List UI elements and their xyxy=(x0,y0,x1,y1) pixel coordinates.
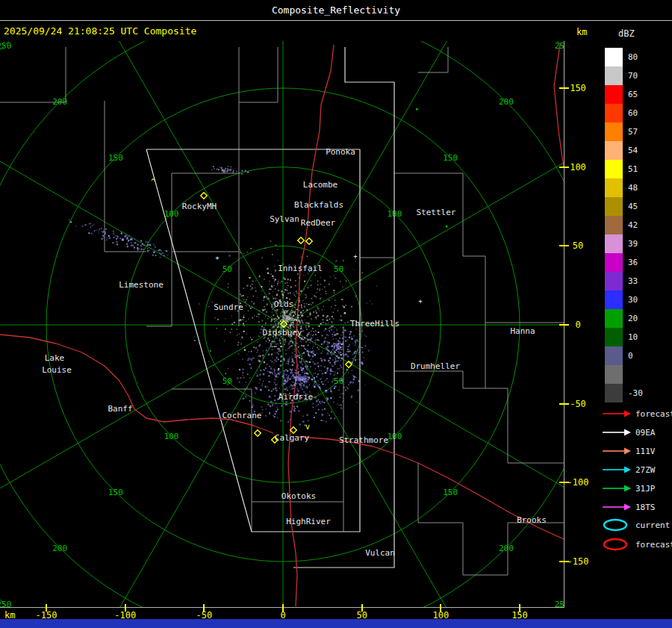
echo-pixel xyxy=(276,385,276,385)
echo-pixel xyxy=(329,329,330,329)
echo-pixel xyxy=(318,332,320,333)
echo-pixel xyxy=(308,420,309,422)
echo-pixel xyxy=(301,361,302,361)
echo-pixel xyxy=(158,250,159,252)
echo-pixel xyxy=(295,305,296,306)
echo-pixel xyxy=(210,350,211,352)
echo-pixel xyxy=(141,249,143,250)
echo-pixel xyxy=(292,322,293,323)
echo-pixel xyxy=(257,342,258,343)
echo-pixel xyxy=(246,252,248,253)
echo-pixel xyxy=(268,376,270,377)
echo-pixel xyxy=(237,171,237,172)
echo-pixel xyxy=(225,168,227,170)
echo-pixel xyxy=(312,335,314,337)
echo-pixel xyxy=(306,382,307,382)
echo-pixel xyxy=(297,367,298,367)
echo-pixel xyxy=(351,337,352,338)
echo-pixel xyxy=(340,354,342,355)
echo-pixel xyxy=(250,337,251,338)
echo-pixel xyxy=(345,305,346,306)
x-axis-tick xyxy=(361,604,363,612)
echo-pixel xyxy=(300,326,301,326)
echo-pixel xyxy=(280,313,281,314)
echo-pixel xyxy=(273,291,273,292)
ellipse-shape xyxy=(604,539,626,550)
echo-pixel xyxy=(305,323,307,324)
azimuth-line xyxy=(0,128,283,325)
echo-pixel xyxy=(355,329,357,330)
echo-pixel xyxy=(155,246,156,248)
echo-pixel xyxy=(255,280,256,281)
echo-pixel xyxy=(270,299,270,299)
city-label: Strathmore xyxy=(339,435,388,445)
echo-pixel xyxy=(308,304,310,305)
echo-pixel xyxy=(305,349,306,349)
echo-pixel xyxy=(322,420,323,422)
echo-pixel xyxy=(302,367,303,369)
echo-pixel xyxy=(326,320,328,321)
echo-pixel xyxy=(275,318,276,320)
echo-pixel xyxy=(305,376,306,376)
echo-pixel xyxy=(211,301,213,302)
echo-pixel xyxy=(306,414,308,416)
echo-pixel xyxy=(270,360,272,361)
echo-pixel xyxy=(337,351,339,352)
echo-pixel xyxy=(309,373,310,373)
echo-pixel xyxy=(286,311,287,312)
county-boundary xyxy=(0,47,66,102)
echo-pixel xyxy=(113,237,114,238)
echo-pixel xyxy=(272,349,273,350)
echo-pixel xyxy=(159,249,161,251)
echo-pixel xyxy=(296,388,298,390)
echo-pixel xyxy=(296,376,298,378)
echo-pixel xyxy=(233,172,234,173)
echo-pixel xyxy=(340,281,340,282)
echo-pixel xyxy=(259,276,261,278)
echo-pixel xyxy=(300,367,302,368)
echo-pixel xyxy=(243,287,245,289)
echo-pixel xyxy=(347,355,349,357)
echo-pixel xyxy=(300,382,301,382)
echo-pixel xyxy=(291,358,293,360)
echo-pixel xyxy=(250,367,252,369)
echo-pixel xyxy=(242,398,243,400)
echo-pixel xyxy=(270,324,272,326)
echo-pixel xyxy=(274,400,276,401)
echo-pixel xyxy=(276,346,277,347)
echo-pixel xyxy=(253,346,255,348)
echo-pixel xyxy=(284,358,284,358)
echo-pixel xyxy=(264,308,266,310)
echo-pixel xyxy=(347,388,349,390)
colorbar-value-label: 60 xyxy=(628,104,658,122)
echo-pixel xyxy=(255,394,256,395)
echo-pixel xyxy=(304,337,305,338)
echo-pixel xyxy=(261,385,263,387)
echo-pixel xyxy=(242,372,243,373)
echo-pixel xyxy=(271,354,273,355)
echo-pixel xyxy=(323,420,324,421)
echo-pixel xyxy=(314,363,316,365)
echo-pixel xyxy=(358,380,361,382)
echo-pixel xyxy=(349,334,350,335)
echo-pixel xyxy=(265,325,267,326)
echo-pixel xyxy=(309,385,310,385)
echo-pixel xyxy=(324,408,326,410)
echo-pixel xyxy=(311,298,312,299)
echo-pixel xyxy=(307,379,308,381)
colorbar-value-label: 42 xyxy=(628,216,658,234)
echo-pixel xyxy=(316,405,317,406)
echo-pixel xyxy=(308,285,309,286)
echo-pixel xyxy=(247,296,249,298)
echo-pixel xyxy=(283,341,284,341)
echo-pixel xyxy=(343,343,344,345)
echo-pixel xyxy=(70,221,72,223)
echo-pixel xyxy=(333,378,335,379)
echo-pixel xyxy=(355,270,355,270)
echo-pixel xyxy=(320,284,322,285)
track-arrow-icon xyxy=(600,446,632,456)
echo-pixel xyxy=(246,354,247,355)
echo-pixel xyxy=(311,379,313,380)
y-axis-tick xyxy=(559,87,569,89)
echo-pixel xyxy=(309,361,311,363)
